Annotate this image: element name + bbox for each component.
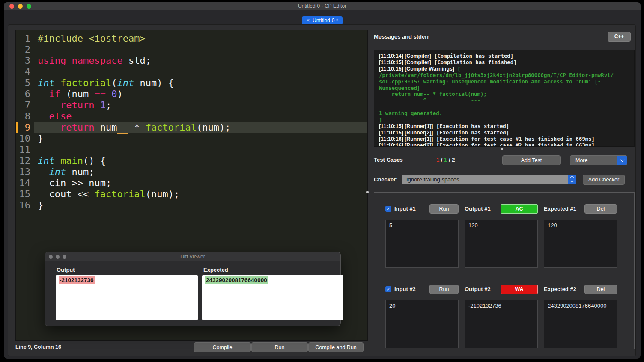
expected-textarea[interactable]: 120 [544, 220, 617, 268]
titlebar: Untitled-0 - CP Editor [4, 2, 641, 10]
checker-selected-value: Ignore trailing spaces [402, 176, 568, 183]
tab-bar: × Untitled-0 * [4, 16, 641, 25]
code-line-11[interactable]: 11 [16, 144, 367, 155]
diff-zoom-button[interactable] [63, 255, 66, 259]
testcase-enabled-checkbox[interactable]: ✓ [385, 286, 391, 292]
code-text [34, 66, 43, 77]
add-test-button[interactable]: Add Test [502, 155, 561, 165]
console-line: [11:10:15] [Compiler] [Compilation has f… [379, 59, 629, 66]
input-label: Input #1 [394, 205, 416, 212]
testcase-enabled-checkbox[interactable]: ✓ [385, 206, 391, 212]
verdict-badge[interactable]: WA [501, 285, 538, 294]
compile-button[interactable]: Compile [194, 342, 251, 352]
testcases-container: ✓Input #1Run5Output #1AC120Expected #1De… [374, 192, 635, 349]
run-button[interactable]: Run [251, 342, 308, 352]
console-line: return num-- * factorial(num); [379, 91, 629, 98]
select-stepper-icon [568, 175, 576, 184]
code-line-3[interactable]: 3using namespace std; [16, 55, 367, 66]
line-number: 16 [16, 200, 30, 211]
console-line: [11:10:15] [Runner[1]] [Execution has st… [379, 123, 629, 130]
diff-expected-label: Expected [203, 267, 228, 273]
code-line-13[interactable]: 13 int num; [16, 166, 367, 178]
output-label: Output #2 [465, 286, 491, 292]
code-text: } [34, 200, 43, 211]
code-text: int num; [34, 166, 94, 177]
run-testcase-button[interactable]: Run [429, 285, 459, 294]
code-line-1[interactable]: 1#include <iostream> [16, 33, 367, 44]
more-dropdown-label: More [570, 157, 617, 163]
console-line: [11:10:15] [Runner[2]] [Execution has st… [379, 130, 629, 136]
diff-minimize-button[interactable] [56, 255, 60, 259]
verdict-badge[interactable]: AC [501, 204, 538, 214]
code-line-10[interactable]: 10} [16, 133, 367, 144]
code-line-8[interactable]: 8 else [16, 111, 367, 122]
total-count: 2 [452, 157, 455, 163]
code-text: int main() { [34, 155, 106, 166]
diff-output-pane[interactable]: -2102132736 [56, 275, 198, 320]
code-line-2[interactable]: 2 [16, 44, 367, 55]
compile-and-run-button[interactable]: Compile and Run [308, 342, 364, 352]
code-line-5[interactable]: 5int factorial(int num) { [16, 77, 367, 89]
line-number: 15 [16, 189, 30, 200]
diff-viewer-traffic-lights [49, 255, 66, 259]
diff-output-label: Output [57, 267, 75, 273]
code-text [34, 44, 43, 55]
console-line: [11:10:15] [Compile Warnings] [ [379, 66, 629, 72]
expected-label: Expected #1 [544, 205, 576, 212]
line-number: 6 [16, 89, 30, 100]
tab-untitled-0[interactable]: × Untitled-0 * [302, 16, 343, 24]
code-line-9[interactable]: 9 return num-- * factorial(num); [16, 122, 367, 133]
more-dropdown[interactable]: More [570, 155, 627, 165]
line-number: 13 [16, 166, 30, 178]
language-badge[interactable]: C++ [608, 32, 631, 42]
splitter-handle-vertical[interactable] [366, 191, 369, 193]
splitter-handle-horizontal[interactable] [501, 148, 503, 150]
line-number: 4 [16, 66, 30, 77]
run-testcase-button[interactable]: Run [429, 204, 459, 214]
tab-close-icon[interactable]: × [307, 18, 310, 23]
output-textarea[interactable]: 120 [465, 220, 538, 268]
code-text: return 1; [34, 100, 111, 110]
delete-testcase-button[interactable]: Del [584, 204, 617, 214]
code-line-12[interactable]: 12int main() { [16, 155, 367, 166]
code-text: else [34, 111, 72, 122]
expected-label: Expected #2 [544, 286, 576, 292]
input-textarea[interactable]: 5 [385, 220, 459, 268]
checker-select[interactable]: Ignore trailing spaces [402, 175, 576, 184]
cursor-position-status: Line 9, Column 16 [15, 344, 61, 350]
testcase-card-1: ✓Input #1Run5Output #1AC120Expected #1De… [374, 204, 634, 268]
console-line: 1 warning generated. [379, 110, 629, 117]
output-label: Output #1 [465, 205, 491, 212]
console-line [379, 104, 629, 110]
code-line-14[interactable]: 14 cin >> num; [16, 178, 367, 189]
expected-textarea[interactable]: 2432902008176640000 [544, 300, 617, 348]
code-text: int factorial(int num) { [34, 77, 174, 88]
compiler-console[interactable]: [11:10:14] [Compiler] [Compilation has s… [374, 50, 635, 147]
code-line-6[interactable]: 6 if (num == 0) [16, 89, 367, 100]
testcase-counts: 1 / 1 / 2 [436, 157, 455, 163]
line-number: 5 [16, 77, 30, 89]
messages-header: Messages and stderr [374, 33, 429, 40]
diff-viewer-title: Diff Viewer [45, 252, 340, 261]
output-textarea[interactable]: -2102132736 [465, 300, 538, 348]
code-line-4[interactable]: 4 [16, 66, 367, 77]
code-text: #include <iostream> [34, 33, 146, 44]
checker-label: Checker: [374, 176, 398, 183]
code-text: } [34, 133, 43, 144]
line-number: 14 [16, 178, 30, 189]
diff-close-button[interactable] [49, 255, 53, 259]
input-textarea[interactable]: 20 [385, 300, 459, 348]
console-line: sol.cpp:9:15: warning: unsequenced modif… [379, 79, 629, 85]
code-line-16[interactable]: 16} [16, 200, 367, 211]
code-line-15[interactable]: 15 cout << factorial(num); [16, 189, 367, 200]
line-number: 12 [16, 155, 30, 166]
code-line-7[interactable]: 7 return 1; [16, 100, 367, 111]
delete-testcase-button[interactable]: Del [584, 285, 617, 294]
code-text: using namespace std; [34, 55, 151, 66]
diff-expected-pane[interactable]: 2432902008176640000 [202, 275, 343, 320]
console-line: /private/var/folders/dm/lb_jj0ts3xj2k4xt… [379, 72, 629, 79]
line-number: 8 [16, 111, 30, 122]
console-line: ^ --- [379, 98, 629, 104]
console-line: [11:10:16] [Runner[2]] [Execution for te… [379, 142, 629, 147]
add-checker-button[interactable]: Add Checker [583, 175, 625, 185]
